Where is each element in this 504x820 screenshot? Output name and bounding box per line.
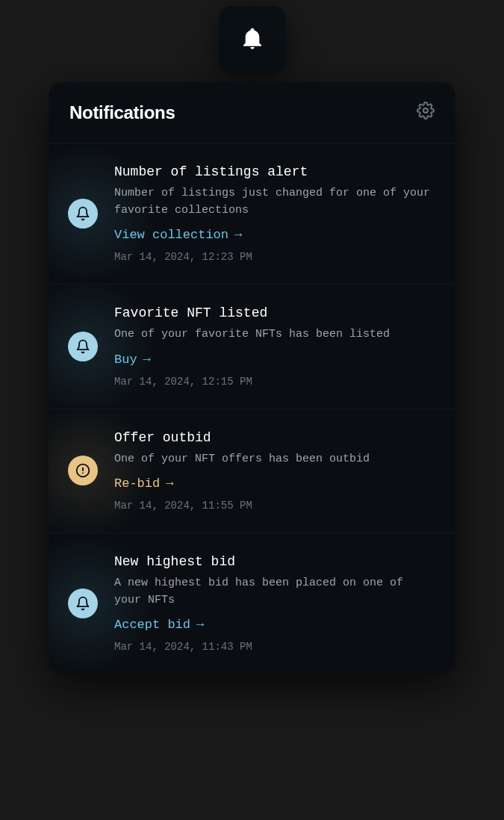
action-label: Accept bid: [114, 618, 190, 632]
notification-title: Favorite NFT listed: [114, 305, 436, 320]
notification-action-link[interactable]: Re-bid→: [114, 476, 436, 491]
notification-item[interactable]: Offer outbidOne of your NFT offers has b…: [49, 409, 455, 534]
panel-header: Notifications: [49, 82, 455, 143]
notification-timestamp: Mar 14, 2024, 12:23 PM: [114, 251, 436, 263]
notification-content: New highest bidA new highest bid has bee…: [114, 554, 436, 653]
notification-item[interactable]: Number of listings alertNumber of listin…: [49, 143, 455, 285]
notification-title: New highest bid: [114, 554, 436, 569]
arrow-right-icon: →: [234, 228, 242, 242]
gear-icon: [417, 102, 435, 123]
arrow-right-icon: →: [143, 352, 151, 367]
panel-title: Notifications: [69, 102, 175, 123]
bell-icon: [68, 199, 98, 229]
notification-action-link[interactable]: View collection→: [114, 228, 436, 242]
notification-description: One of your favorite NFTs has been liste…: [114, 326, 436, 344]
notification-description: One of your NFT offers has been outbid: [114, 451, 436, 468]
bell-icon: [68, 588, 98, 618]
notification-content: Offer outbidOne of your NFT offers has b…: [114, 430, 436, 512]
bell-toggle-button[interactable]: [219, 6, 286, 73]
notification-description: A new highest bid has been placed on one…: [114, 575, 436, 609]
arrow-right-icon: →: [196, 618, 204, 632]
svg-point-0: [423, 108, 428, 113]
bell-icon: [68, 332, 98, 361]
notification-content: Number of listings alertNumber of listin…: [114, 164, 436, 263]
notification-action-link[interactable]: Accept bid→: [114, 618, 436, 632]
action-label: Re-bid: [114, 476, 160, 491]
settings-button[interactable]: [417, 102, 435, 123]
action-label: View collection: [114, 228, 228, 242]
arrow-right-icon: →: [166, 476, 173, 491]
notification-title: Offer outbid: [114, 430, 436, 445]
notification-timestamp: Mar 14, 2024, 12:15 PM: [114, 376, 436, 388]
notification-timestamp: Mar 14, 2024, 11:43 PM: [114, 641, 436, 653]
notification-timestamp: Mar 14, 2024, 11:55 PM: [114, 500, 436, 512]
bell-icon: [240, 26, 264, 54]
notification-item[interactable]: New highest bidA new highest bid has bee…: [49, 533, 455, 674]
notification-title: Number of listings alert: [114, 164, 436, 179]
notification-content: Favorite NFT listedOne of your favorite …: [114, 305, 436, 388]
notification-list: Number of listings alertNumber of listin…: [49, 143, 455, 674]
alert-icon: [68, 456, 98, 485]
notification-item[interactable]: Favorite NFT listedOne of your favorite …: [49, 285, 455, 409]
notification-action-link[interactable]: Buy→: [114, 352, 436, 367]
notifications-panel: Notifications Number of listings alertNu…: [49, 82, 455, 674]
action-label: Buy: [114, 352, 137, 367]
notification-description: Number of listings just changed for one …: [114, 185, 436, 219]
